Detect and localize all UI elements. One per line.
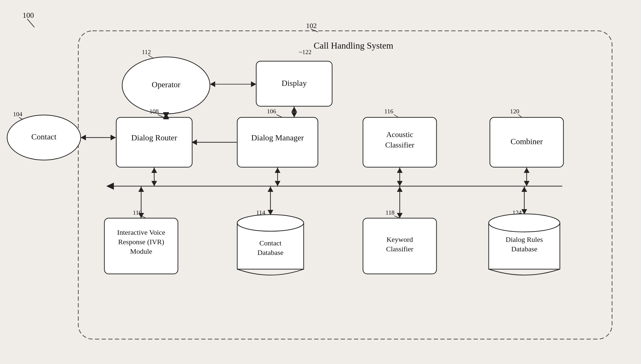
contact-db-top <box>237 214 304 231</box>
dialog-rules-label1: Dialog Rules <box>505 236 543 243</box>
ref-118: 118 <box>385 209 394 216</box>
acoustic-classifier-label2: Classifier <box>385 140 414 149</box>
dialog-router-label: Dialog Router <box>131 133 177 142</box>
diagram-container: 100 102 Call Handling System 112 Operato… <box>0 0 641 364</box>
ref-112: 112 <box>142 48 151 56</box>
svg-rect-0 <box>0 0 641 364</box>
keyword-classifier-label1: Keyword <box>386 236 413 243</box>
ref-122: ~122 <box>299 48 311 56</box>
contact-db-label2: Database <box>257 248 284 256</box>
combiner-label: Combiner <box>510 137 543 146</box>
display-label: Display <box>282 79 307 88</box>
contact-db-label1: Contact <box>259 239 282 247</box>
ivr-node <box>104 218 178 274</box>
ivr-label2: Response (IVR) <box>118 238 164 246</box>
ref-102: 102 <box>306 22 317 30</box>
dialog-rules-label2: Database <box>511 245 537 253</box>
dialog-rules-top <box>489 214 560 232</box>
diagram-svg: 100 102 Call Handling System 112 Operato… <box>0 0 641 364</box>
ref-116: 116 <box>384 108 393 115</box>
ref-106: 106 <box>267 108 276 115</box>
ivr-label1: Interactive Voice <box>117 228 165 236</box>
dialog-manager-label: Dialog Manager <box>251 133 304 142</box>
contact-label: Contact <box>31 132 57 141</box>
dialog-router-node <box>116 118 192 167</box>
keyword-classifier-label2: Classifier <box>386 245 413 253</box>
dialog-manager-node <box>237 118 318 167</box>
ref-120: 120 <box>510 108 519 115</box>
ref-108: 108 <box>150 108 159 115</box>
acoustic-classifier-label1: Acoustic <box>386 130 413 139</box>
operator-label: Operator <box>152 80 181 89</box>
system-title: Call Handling System <box>314 40 393 50</box>
ref-100: 100 <box>23 11 34 20</box>
ref-104: 104 <box>13 111 22 118</box>
ivr-label3: Module <box>130 247 152 255</box>
